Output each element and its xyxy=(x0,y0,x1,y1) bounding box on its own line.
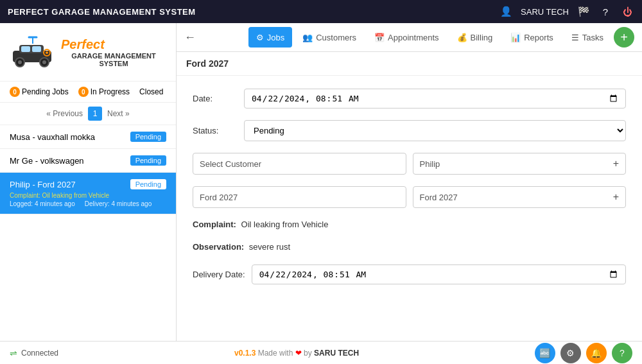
active-job-complaint: Complaint: Oil leaking from Vehicle xyxy=(10,192,166,199)
app-title: PERFECT GARAGE MANAGEMENT SYSTEM xyxy=(8,7,196,17)
status-select[interactable]: Pending In Progress Closed xyxy=(244,120,626,141)
customers-icon: 👥 xyxy=(302,33,313,42)
tab-customers[interactable]: 👥 Customers xyxy=(295,27,364,48)
job-status-badge: Pending xyxy=(130,132,166,142)
billing-icon: 💰 xyxy=(457,33,467,42)
nav-tabs-bar: ← ⚙ Jobs 👥 Customers 📅 Appointments 💰 Bi… xyxy=(177,23,642,52)
observation-value: severe rust xyxy=(249,242,290,252)
tab-reports[interactable]: 📊 Reports xyxy=(503,27,561,48)
svg-point-7 xyxy=(18,60,22,64)
status-bar: 0 Pending Jobs 0 In Progress Closed xyxy=(0,82,176,103)
tab-customers-label: Customers xyxy=(316,33,356,42)
connection-status: ⇌ Connected xyxy=(10,348,58,358)
logo-garage-text: GARAGE MANAGEMENT SYSTEM xyxy=(61,52,166,67)
logo-image xyxy=(10,33,55,71)
select-customer-field[interactable]: Select Customer xyxy=(193,153,406,175)
brand-name: SARU TECH xyxy=(314,349,359,358)
logo-text: Perfect GARAGE MANAGEMENT SYSTEM xyxy=(61,37,166,67)
job-list-pagination: « Previous 1 Next » xyxy=(0,103,176,125)
current-page[interactable]: 1 xyxy=(88,107,102,121)
in-progress-badge: 0 xyxy=(78,87,89,97)
add-job-button[interactable]: + xyxy=(614,27,634,48)
observation-label-text: Observation: xyxy=(193,242,244,252)
user-icon[interactable]: 👤 xyxy=(499,4,513,19)
in-progress-label: In Progress xyxy=(91,87,130,96)
observation-section: Observation: severe rust xyxy=(193,242,626,252)
tab-jobs-label: Jobs xyxy=(267,33,284,42)
by-text: by xyxy=(304,349,314,358)
content-area: ← ⚙ Jobs 👥 Customers 📅 Appointments 💰 Bi… xyxy=(177,23,642,341)
svg-rect-5 xyxy=(32,46,41,52)
tab-appointments[interactable]: 📅 Appointments xyxy=(367,27,447,48)
tab-appointments-label: Appointments xyxy=(388,33,439,42)
svg-rect-4 xyxy=(21,46,30,52)
appointments-icon: 📅 xyxy=(374,33,385,42)
tab-jobs[interactable]: ⚙ Jobs xyxy=(248,27,292,48)
customer-add-icon[interactable]: + xyxy=(613,158,619,169)
topbar-right: 👤 SARU TECH 🏁 ? ⏻ xyxy=(499,4,634,19)
sidebar: Perfect GARAGE MANAGEMENT SYSTEM 0 Pendi… xyxy=(0,23,177,341)
pending-jobs-status[interactable]: 0 Pending Jobs xyxy=(10,87,69,97)
made-with-text: Made with xyxy=(258,349,295,358)
flag-icon[interactable]: 🏁 xyxy=(577,4,591,19)
select-customer-text: Select Customer xyxy=(200,159,261,169)
connected-label: Connected xyxy=(21,349,58,358)
version-label: v0.1.3 xyxy=(234,349,256,358)
tab-billing-label: Billing xyxy=(471,33,493,42)
active-job-badge: Pending xyxy=(130,179,166,189)
translate-icon-btn[interactable]: 🔤 xyxy=(535,343,555,363)
customer-name-field[interactable]: Philip + xyxy=(413,153,627,175)
job-item[interactable]: Mr Ge - volkswagen Pending xyxy=(0,149,176,173)
complaint-section: Complaint: Oil leaking from Vehicle xyxy=(193,220,626,229)
vehicle-add-icon[interactable]: + xyxy=(613,191,619,203)
help-icon[interactable]: ? xyxy=(598,4,612,19)
complaint-label-text: Complaint: xyxy=(193,220,236,229)
in-progress-status[interactable]: 0 In Progress xyxy=(78,87,130,97)
vehicle-left-field[interactable]: Ford 2027 xyxy=(193,186,406,208)
job-name: Musa - vauxhall mokka xyxy=(10,132,95,142)
prev-page-btn[interactable]: « Previous xyxy=(46,109,83,118)
complaint-value: Oil leaking from Vehicle xyxy=(241,220,329,229)
tabs-container: ⚙ Jobs 👥 Customers 📅 Appointments 💰 Bill… xyxy=(248,27,634,48)
tab-billing[interactable]: 💰 Billing xyxy=(449,27,501,48)
back-button[interactable]: ← xyxy=(184,31,196,44)
job-item[interactable]: Musa - vauxhall mokka Pending xyxy=(0,125,176,149)
tab-tasks[interactable]: ☰ Tasks xyxy=(564,27,611,48)
delivery-date-input[interactable] xyxy=(252,264,626,284)
customer-name-value: Philip xyxy=(420,159,440,169)
closed-status[interactable]: Closed xyxy=(139,87,163,97)
active-job-meta: Logged: 4 minutes ago Delivery: 4 minute… xyxy=(10,200,166,207)
connected-icon: ⇌ xyxy=(10,348,17,358)
complaint-label: Complaint: Oil leaking from Vehicle xyxy=(193,220,626,229)
footer-branding: v0.1.3 Made with ❤ by SARU TECH xyxy=(234,349,359,358)
delivery-label: Delivery Date: xyxy=(193,270,245,279)
heart-icon: ❤ xyxy=(295,349,302,358)
date-input[interactable] xyxy=(244,89,626,108)
notification-icon-btn[interactable]: 🔔 xyxy=(586,343,607,363)
vehicle-row: Ford 2027 Ford 2027 + xyxy=(193,186,626,208)
active-job-item[interactable]: Philip - Ford 2027 Pending Complaint: Oi… xyxy=(0,173,176,214)
power-icon[interactable]: ⏻ xyxy=(620,4,634,19)
settings-icon-btn[interactable]: ⚙ xyxy=(560,343,581,363)
delivery-row: Delivery Date: xyxy=(193,264,626,284)
active-job-details: Complaint: Oil leaking from Vehicle Logg… xyxy=(10,192,166,207)
delivery-time: Delivery: 4 minutes ago xyxy=(85,200,152,207)
user-name: SARU TECH xyxy=(521,7,569,17)
pending-badge: 0 xyxy=(10,87,20,97)
jobs-icon: ⚙ xyxy=(256,33,264,42)
help-footer-icon-btn[interactable]: ? xyxy=(612,343,632,363)
job-name: Mr Ge - volkswagen xyxy=(10,156,84,166)
job-form: Date: Status: Pending In Progress Closed… xyxy=(177,76,642,341)
active-job-name: Philip - Ford 2027 xyxy=(10,180,76,189)
vehicle-right-field[interactable]: Ford 2027 + xyxy=(413,186,627,208)
status-footer: ⇌ Connected v0.1.3 Made with ❤ by SARU T… xyxy=(0,341,642,364)
main-layout: Perfect GARAGE MANAGEMENT SYSTEM 0 Pendi… xyxy=(0,23,642,341)
date-label: Date: xyxy=(193,94,238,103)
status-row: Status: Pending In Progress Closed xyxy=(193,120,626,141)
pending-label: Pending Jobs xyxy=(22,87,69,96)
vehicle-left-value: Ford 2027 xyxy=(200,193,238,202)
next-page-btn[interactable]: Next » xyxy=(107,109,130,118)
job-list: Musa - vauxhall mokka Pending Mr Ge - vo… xyxy=(0,125,176,341)
vehicle-right-value: Ford 2027 xyxy=(420,193,458,202)
form-title-bar: Ford 2027 xyxy=(177,52,642,76)
